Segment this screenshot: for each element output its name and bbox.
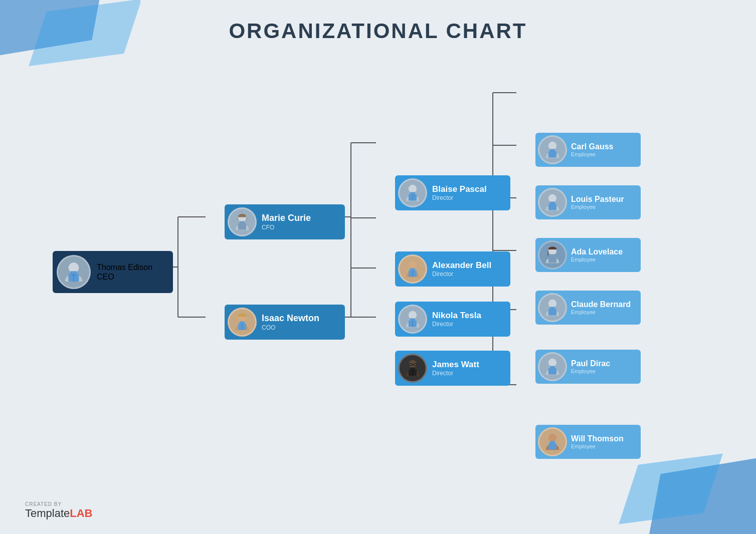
employee-2-label: Louis Pasteur Employee [571,194,624,210]
page-title: ORGANIZATIONAL CHART [0,19,756,43]
svg-rect-52 [548,151,556,157]
director-2-label: Alexander Bell Director [432,260,491,278]
employee-3-avatar [538,240,567,270]
ceo-node: Thomas Edison CEO [53,251,173,293]
director-4-avatar [398,354,427,383]
brand-bold: LAB [70,507,92,519]
employee-1-node: Carl Gauss Employee [535,133,641,167]
svg-point-59 [548,300,556,308]
employee-1-label: Carl Gauss Employee [571,142,613,158]
employee-4-avatar [538,293,567,322]
employee-2-avatar [538,188,567,217]
director-3-node: Nikola Tesla Director [395,302,510,337]
director-1-node: Blaise Pascal Director [395,175,510,210]
svg-rect-61 [548,309,556,315]
svg-point-35 [409,261,417,269]
svg-point-31 [409,185,417,193]
employee-4-label: Claude Bernard Employee [571,300,631,316]
director-4-label: James Watt Director [432,360,479,377]
svg-rect-67 [548,443,556,449]
employee-6-label: Will Thomson Employee [571,434,624,450]
svg-rect-58 [548,256,556,262]
svg-point-39 [409,311,417,319]
svg-rect-26 [238,223,246,229]
svg-point-53 [548,194,556,202]
employee-4-node: Claude Bernard Employee [535,291,641,325]
svg-point-50 [548,142,556,150]
employee-3-label: Ada Lovelace Employee [571,247,623,263]
employee-3-node: Ada Lovelace Employee [535,238,641,272]
watermark: CREATED BY TemplateLAB [25,501,93,520]
cfo-label: Marie Curie CFO [262,213,311,231]
employee-5-node: Paul Dirac Employee [535,350,641,384]
svg-point-43 [409,360,417,368]
director-3-label: Nikola Tesla Director [432,311,481,328]
cfo-avatar [228,207,257,236]
svg-point-65 [548,434,556,442]
director-3-avatar [398,305,427,334]
director-1-avatar [398,178,427,207]
employee-2-node: Louis Pasteur Employee [535,185,641,219]
svg-rect-64 [548,368,556,374]
coo-node: Isaac Newton COO [225,305,345,340]
employee-6-avatar [538,427,567,456]
coo-avatar [228,308,257,337]
svg-rect-23 [72,275,76,276]
chart-container: Thomas Edison CEO Marie Curie [20,60,746,484]
coo-label: Isaac Newton COO [262,313,319,331]
svg-rect-55 [548,204,556,210]
director-2-node: Alexander Bell Director [395,251,510,287]
ceo-label: Thomas Edison CEO [97,262,152,282]
director-2-avatar [398,254,427,284]
employee-5-label: Paul Dirac Employee [571,359,610,375]
svg-point-62 [548,359,556,367]
director-4-node: James Watt Director [395,351,510,386]
director-1-label: Blaise Pascal Director [432,184,487,202]
brand-regular: Template [25,507,70,519]
cfo-node: Marie Curie CFO [225,204,345,239]
employee-6-node: Will Thomson Employee [535,425,641,459]
employee-5-avatar [538,352,567,381]
employee-1-avatar [538,135,567,164]
ceo-avatar [57,255,91,289]
